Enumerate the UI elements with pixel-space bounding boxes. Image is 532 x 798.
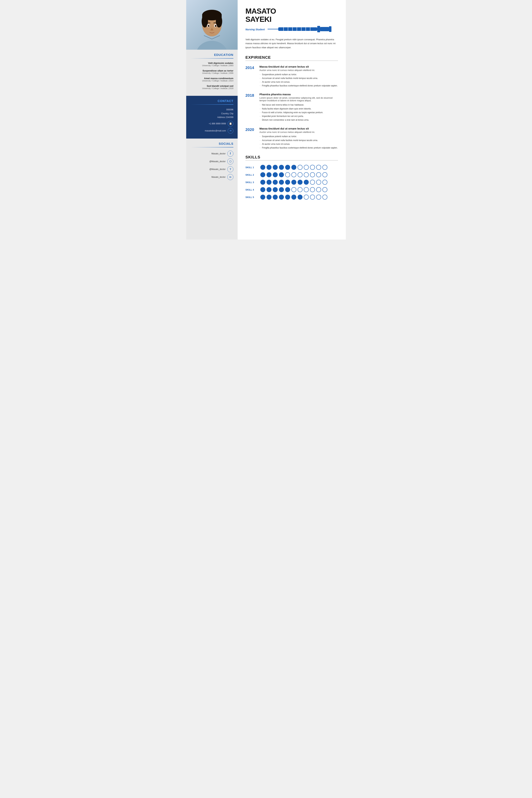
role-label: Nursing Student bbox=[245, 28, 265, 31]
skill-dot bbox=[267, 180, 271, 185]
skill-dot bbox=[273, 194, 278, 200]
skill-dot bbox=[322, 180, 327, 185]
socials-divider bbox=[190, 147, 233, 147]
skill-dot bbox=[285, 172, 290, 177]
skill-dots bbox=[260, 187, 327, 192]
skill-dot bbox=[310, 165, 315, 170]
experience-bullet: Nulla facilisi etiam dignissim diam quis… bbox=[260, 107, 338, 111]
education-item: Suspendisse ullam ac tortor Univercity /… bbox=[190, 69, 233, 74]
skill-row: SKILL 2 bbox=[245, 172, 338, 177]
svg-rect-21 bbox=[317, 26, 320, 32]
skill-dot bbox=[298, 194, 303, 200]
experience-bullet: Dictum non consectetur a erat nam at lec… bbox=[260, 118, 338, 122]
skill-dot bbox=[273, 187, 278, 192]
skill-dot bbox=[298, 165, 303, 170]
resume-container: EDUCATION Velit dignissim sodales Univer… bbox=[186, 0, 346, 240]
skills-section: SKILLS SKILL 1 SKILL 2 SKILL 3 SKILL 4 S… bbox=[245, 155, 338, 200]
skill-dot bbox=[304, 187, 309, 192]
experience-bullet: Accumsan sit amet nulla facilisis morbi … bbox=[260, 77, 338, 80]
svg-rect-7 bbox=[202, 14, 222, 19]
edu-sub: Univercity / College / Institute | 2003 bbox=[190, 64, 233, 67]
skill-dots bbox=[260, 180, 327, 185]
experience-year: 2014 bbox=[245, 65, 255, 88]
facebook-icon[interactable]: f bbox=[227, 151, 233, 157]
instagram-icon[interactable]: ◯ bbox=[227, 159, 233, 165]
experience-bullet: Fringilla phasellus faucibus scelerisque… bbox=[260, 84, 338, 88]
social-row: @Masato_doctor ◯ bbox=[190, 159, 233, 165]
skill-dot bbox=[267, 187, 271, 192]
experience-item-sub: Auctor urna nunc id cursus metus aliquam… bbox=[260, 131, 338, 133]
skill-row: SKILL 5 bbox=[245, 194, 338, 200]
skill-row: SKILL 3 bbox=[245, 180, 338, 185]
socials-section: SOCIALS Masato_doctor f @Masato_doctor ◯… bbox=[186, 138, 238, 185]
skill-dot bbox=[273, 165, 278, 170]
skill-dot bbox=[304, 172, 309, 177]
edu-title: Sed blandit volutpat sed bbox=[190, 85, 233, 87]
skill-row: SKILL 1 bbox=[245, 165, 338, 170]
experience-item: 2014 Massa tincidunt dui ut ornare lectu… bbox=[245, 65, 338, 88]
twitter-icon[interactable]: 𝕋 bbox=[227, 166, 233, 172]
education-item: Amet massa condimentum Univercity / Coll… bbox=[190, 77, 233, 82]
skill-dot bbox=[316, 172, 321, 177]
profile-photo bbox=[186, 0, 238, 50]
skill-dot bbox=[310, 194, 315, 200]
skill-row: SKILL 4 bbox=[245, 187, 338, 192]
social-row: @Masato_doctor 𝕋 bbox=[190, 166, 233, 172]
skill-dot bbox=[260, 187, 265, 192]
skill-dot bbox=[322, 172, 327, 177]
experience-item: 2018 Pharetra pharetra massa Lorem ipsum… bbox=[245, 93, 338, 122]
name-line1: MASATO bbox=[245, 7, 276, 15]
skill-dots bbox=[260, 194, 327, 200]
experience-title: EXPIRIENCE bbox=[245, 55, 338, 60]
skill-name: SKILL 1 bbox=[245, 166, 258, 169]
experience-bullets: Suspendisse potenti nullam ac tortor.Acc… bbox=[260, 135, 338, 150]
skill-dot bbox=[260, 165, 265, 170]
main-content: MASATO SAYEKI Nursing Student bbox=[238, 0, 346, 240]
contact-phone-text: +1 896 9999 9999 bbox=[209, 123, 226, 125]
skill-dot bbox=[322, 194, 327, 200]
skill-dot bbox=[298, 187, 303, 192]
syringe-icon bbox=[268, 25, 338, 34]
skill-dot bbox=[316, 194, 321, 200]
contact-phone-row: +1 896 9999 9999 📋 bbox=[190, 121, 233, 127]
skill-dot bbox=[260, 180, 265, 185]
sidebar: EDUCATION Velit dignissim sodales Univer… bbox=[186, 0, 238, 240]
experience-divider bbox=[245, 60, 338, 61]
svg-point-11 bbox=[215, 25, 216, 27]
education-section: EDUCATION Velit dignissim sodales Univer… bbox=[186, 50, 238, 96]
education-item: Sed blandit volutpat sed Univercity / Co… bbox=[190, 85, 233, 89]
contact-number: 000096 bbox=[190, 108, 233, 112]
contact-info: 000096 Country, City Address 234/099 bbox=[190, 108, 233, 119]
skill-dot bbox=[291, 194, 296, 200]
summary-text: Velit dignissim sodales ut eu. Feugiat p… bbox=[245, 38, 338, 49]
contact-email-row: masatodoc@mail.com ✉ bbox=[190, 128, 233, 134]
experience-bullet: Suspendisse potenti nullam ac tortor. bbox=[260, 73, 338, 76]
experience-list: 2014 Massa tincidunt dui ut ornare lectu… bbox=[245, 65, 338, 150]
name-display: MASATO SAYEKI bbox=[245, 7, 338, 23]
experience-bullets: Nisi lacus sed viverra tellus in hac hab… bbox=[260, 103, 338, 122]
skill-dot bbox=[285, 194, 290, 200]
name-line2: SAYEKI bbox=[245, 15, 271, 23]
experience-bullet: Suspendisse potenti nullam ac tortor. bbox=[260, 135, 338, 138]
contact-divider bbox=[190, 104, 233, 105]
education-title: EDUCATION bbox=[190, 53, 233, 57]
skill-dot bbox=[322, 187, 327, 192]
skill-name: SKILL 5 bbox=[245, 196, 258, 199]
edu-sub: Univercity / College / Institute | 2018 bbox=[190, 87, 233, 89]
skill-dots bbox=[260, 172, 327, 177]
skill-dot bbox=[260, 194, 265, 200]
edu-title: Amet massa condimentum bbox=[190, 77, 233, 80]
skill-name: SKILL 2 bbox=[245, 173, 258, 176]
email-icon: ✉ bbox=[228, 128, 233, 134]
skill-dot bbox=[267, 165, 271, 170]
skill-dot bbox=[279, 194, 284, 200]
linkedin-icon[interactable]: in bbox=[227, 174, 233, 180]
experience-item-title: Pharetra pharetra massa bbox=[260, 93, 338, 96]
experience-bullet: Fusce id velit ut tortor. Adipiscing eni… bbox=[260, 111, 338, 114]
skill-dot bbox=[279, 172, 284, 177]
skill-dot bbox=[273, 172, 278, 177]
socials-title: SOCIALS bbox=[190, 142, 233, 146]
experience-bullet: At auctor urna nunc id cursus. bbox=[260, 80, 338, 84]
skill-dot bbox=[304, 194, 309, 200]
skill-dot bbox=[285, 165, 290, 170]
